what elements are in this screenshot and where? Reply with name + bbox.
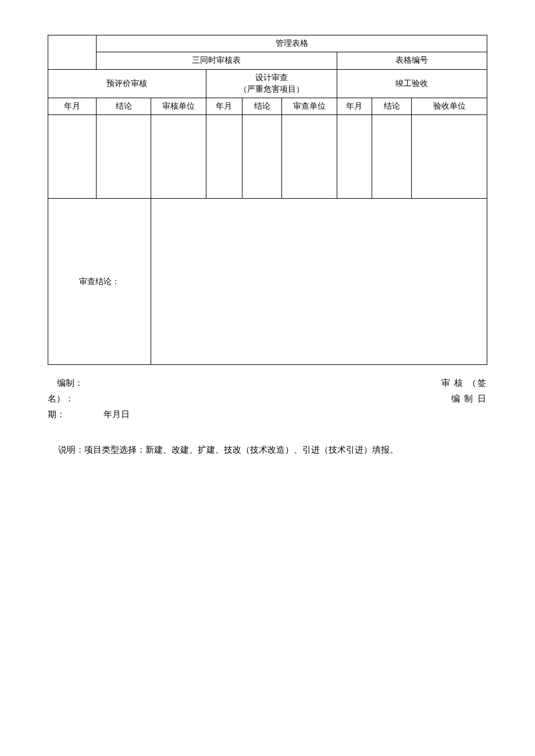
col-year-month-3: 年月	[337, 98, 372, 115]
data-cell	[282, 115, 337, 199]
col-year-month-2: 年月	[206, 98, 242, 115]
section-design-review: 设计审查 （严重危害项目）	[206, 69, 337, 98]
form-title: 管理表格	[97, 35, 487, 52]
footer-line-2: 名）： 编 制 日	[48, 391, 487, 407]
data-cell	[372, 115, 412, 199]
col-conclusion-2: 结论	[242, 98, 282, 115]
col-conclusion-3: 结论	[372, 98, 412, 115]
subtitle-row: 三同时审核表 表格编号	[48, 52, 487, 69]
note-text: 说明：项目类型选择：新建、改建、扩建、技改（技术改造）、引进（技术引进）填报。	[48, 445, 487, 456]
data-cell	[337, 115, 372, 199]
document-page: 管理表格 三同时审核表 表格编号 预评价审核 设计审查 （严重危害项目） 竣工验…	[0, 0, 535, 490]
form-number-label: 表格编号	[337, 52, 487, 69]
data-cell	[97, 115, 151, 199]
footer-line-3: 期：年月日	[48, 407, 487, 422]
section-header-row: 预评价审核 设计审查 （严重危害项目） 竣工验收	[48, 69, 487, 98]
form-table: 管理表格 三同时审核表 表格编号 预评价审核 设计审查 （严重危害项目） 竣工验…	[48, 35, 487, 365]
section-completion: 竣工验收	[337, 69, 487, 98]
data-cell	[412, 115, 487, 199]
prepared-by-label: 编制：	[57, 375, 83, 391]
data-cell	[48, 115, 97, 199]
section-pre-eval: 预评价审核	[48, 69, 206, 98]
col-audit-unit: 审核单位	[151, 98, 206, 115]
column-header-row: 年月 结论 审核单位 年月 结论 审查单位 年月 结论 验收单位	[48, 98, 487, 115]
title-row: 管理表格	[48, 35, 487, 52]
form-subtitle: 三同时审核表	[97, 52, 337, 69]
col-accept-unit: 验收单位	[412, 98, 487, 115]
period-label: 期：	[48, 407, 104, 422]
conclusion-label-cell: 审查结论：	[48, 199, 151, 365]
design-review-line2: （严重危害项目）	[239, 85, 304, 94]
logo-cell	[48, 35, 97, 70]
data-cell	[151, 115, 206, 199]
design-review-line1: 设计审查	[255, 73, 288, 82]
prepared-date-label: 编 制 日	[451, 391, 488, 407]
data-cell	[206, 115, 242, 199]
date-text: 年月日	[104, 410, 130, 419]
col-conclusion-1: 结论	[97, 98, 151, 115]
footer-line-1: 编制： 审 核 （签	[48, 375, 487, 391]
footer-block: 编制： 审 核 （签 名）： 编 制 日 期：年月日	[48, 375, 487, 422]
col-year-month-1: 年月	[48, 98, 97, 115]
data-cell	[242, 115, 282, 199]
reviewed-sign-label: 审 核 （签	[441, 375, 488, 391]
conclusion-row: 审查结论：	[48, 199, 487, 365]
conclusion-content-cell	[151, 199, 487, 365]
col-review-unit: 审查单位	[282, 98, 337, 115]
data-row	[48, 115, 487, 199]
name-label: 名）：	[48, 391, 74, 407]
